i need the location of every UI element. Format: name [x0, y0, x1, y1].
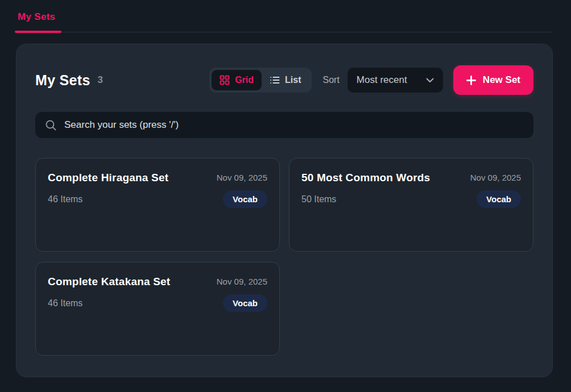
sets-grid: Complete Hiragana Set Nov 09, 2025 46 It…: [35, 158, 533, 356]
view-toggle: Grid List: [209, 68, 311, 93]
set-date: Nov 09, 2025: [217, 277, 267, 286]
card-header: 50 Most Common Words Nov 09, 2025: [301, 172, 521, 184]
search-input[interactable]: [64, 119, 524, 131]
list-view-button[interactable]: List: [262, 70, 309, 90]
tab-my-sets[interactable]: My Sets: [16, 11, 57, 32]
grid-icon: [220, 75, 230, 85]
set-item-count: 46 Items: [48, 194, 82, 205]
sort-selected-value: Most recent: [357, 74, 407, 86]
new-set-button-label: New Set: [483, 74, 520, 86]
sort-dropdown[interactable]: Most recent: [347, 68, 443, 93]
top-tab-bar: My Sets: [16, 0, 553, 32]
card-header: Complete Hiragana Set Nov 09, 2025: [48, 172, 267, 184]
set-title: Complete Hiragana Set: [48, 172, 168, 184]
plus-icon: [466, 76, 476, 85]
my-sets-panel: My Sets 3 Grid: [16, 44, 553, 377]
set-type-badge: Vocab: [477, 190, 521, 208]
set-title: Complete Katakana Set: [48, 276, 170, 288]
card-footer: 46 Items Vocab: [48, 190, 267, 208]
header-controls: Grid List S: [209, 65, 533, 95]
grid-button-label: Grid: [235, 75, 254, 85]
set-card-katakana[interactable]: Complete Katakana Set Nov 09, 2025 46 It…: [35, 262, 280, 356]
list-icon: [270, 75, 280, 85]
grid-view-button[interactable]: Grid: [212, 70, 262, 90]
set-item-count: 46 Items: [48, 298, 82, 308]
set-item-count: 50 Items: [301, 194, 336, 205]
set-title: 50 Most Common Words: [301, 172, 430, 184]
page-title: My Sets: [35, 72, 90, 89]
set-type-badge: Vocab: [223, 190, 267, 208]
search-icon: [45, 119, 57, 131]
set-date: Nov 09, 2025: [470, 173, 521, 182]
sort-label: Sort: [323, 75, 340, 85]
set-count: 3: [98, 74, 103, 86]
panel-header: My Sets 3 Grid: [35, 65, 533, 95]
list-button-label: List: [285, 75, 301, 85]
card-header: Complete Katakana Set Nov 09, 2025: [48, 276, 267, 288]
new-set-button[interactable]: New Set: [453, 65, 533, 95]
set-date: Nov 09, 2025: [217, 173, 267, 182]
search-bar: [35, 112, 533, 138]
card-footer: 50 Items Vocab: [301, 190, 521, 208]
set-card-common-words[interactable]: 50 Most Common Words Nov 09, 2025 50 Ite…: [289, 158, 533, 252]
chevron-down-icon: [426, 78, 434, 83]
set-type-badge: Vocab: [223, 294, 267, 312]
card-footer: 46 Items Vocab: [48, 294, 267, 312]
set-card-hiragana[interactable]: Complete Hiragana Set Nov 09, 2025 46 It…: [35, 158, 280, 252]
